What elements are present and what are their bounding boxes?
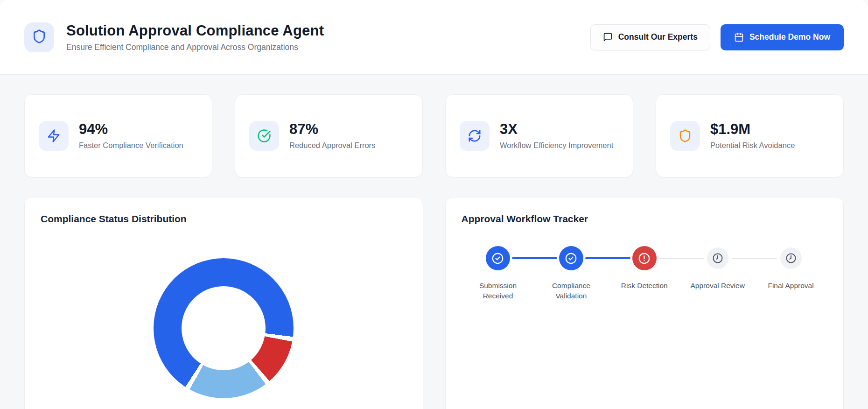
shield-icon xyxy=(32,29,47,46)
compliance-distribution-panel: Compliance Status Distribution xyxy=(24,197,423,409)
title-block: Solution Approval Compliance Agent Ensur… xyxy=(66,22,324,52)
stat-value: 94% xyxy=(79,121,183,138)
consult-experts-label: Consult Our Experts xyxy=(618,32,698,42)
alert-circle-icon xyxy=(632,246,657,270)
header-brand: Solution Approval Compliance Agent Ensur… xyxy=(24,22,324,52)
clock-icon xyxy=(707,247,728,269)
schedule-demo-label: Schedule Demo Now xyxy=(749,32,830,42)
stat-label: Potential Risk Avoidance xyxy=(710,140,795,150)
workflow-step: Final Approval xyxy=(754,246,827,302)
header-actions: Consult Our Experts Schedule Demo Now xyxy=(590,24,844,50)
stat-card: 94% Faster Compliance Verification xyxy=(24,94,212,177)
page-subtitle: Ensure Efficient Compliance and Approval… xyxy=(66,42,324,52)
workflow-panel-title: Approval Workflow Tracker xyxy=(462,213,828,225)
stat-value: $1.9M xyxy=(710,121,795,138)
stat-text: 3X Workflow Efficiency Improvement xyxy=(500,121,613,150)
compliance-panel-title: Compliance Status Distribution xyxy=(41,213,407,225)
shield-logo-badge xyxy=(24,22,54,52)
header: Solution Approval Compliance Agent Ensur… xyxy=(0,0,868,75)
workflow-step: Approval Review xyxy=(681,246,754,302)
main-content: 94% Faster Compliance Verification 87% R… xyxy=(0,75,868,409)
workflow-step: Compliance Validation xyxy=(534,246,608,302)
donut-chart xyxy=(154,258,294,398)
panels-row: Compliance Status Distribution Approval … xyxy=(24,197,844,409)
step-label: Approval Review xyxy=(691,281,745,291)
page-title: Solution Approval Compliance Agent xyxy=(66,22,324,39)
stat-value: 87% xyxy=(289,121,375,138)
workflow-step: Submission Received xyxy=(462,246,535,302)
stats-grid: 94% Faster Compliance Verification 87% R… xyxy=(24,94,844,177)
stat-value: 3X xyxy=(500,121,613,138)
step-label: Submission Received xyxy=(468,281,528,302)
stat-label: Faster Compliance Verification xyxy=(79,140,183,150)
circle-check-icon xyxy=(559,246,583,270)
check-circle-icon xyxy=(249,121,279,151)
stat-text: 87% Reduced Approval Errors xyxy=(289,121,375,150)
stat-label: Reduced Approval Errors xyxy=(289,140,375,150)
workflow-stepper: Submission Received Compliance Validatio… xyxy=(462,246,828,302)
donut-chart-wrap xyxy=(41,225,407,398)
step-label: Risk Detection xyxy=(621,281,668,291)
calendar-icon xyxy=(734,32,744,42)
stat-card: 87% Reduced Approval Errors xyxy=(235,94,423,177)
step-label: Final Approval xyxy=(768,281,813,291)
stat-label: Workflow Efficiency Improvement xyxy=(500,140,613,150)
stat-card: $1.9M Potential Risk Avoidance xyxy=(656,94,844,177)
approval-workflow-panel: Approval Workflow Tracker Submission Rec… xyxy=(445,197,844,409)
stat-card: 3X Workflow Efficiency Improvement xyxy=(445,94,633,177)
stat-text: 94% Faster Compliance Verification xyxy=(79,121,183,150)
step-label: Compliance Validation xyxy=(541,281,602,302)
app-window: Solution Approval Compliance Agent Ensur… xyxy=(0,0,868,409)
schedule-demo-button[interactable]: Schedule Demo Now xyxy=(721,24,844,50)
consult-experts-button[interactable]: Consult Our Experts xyxy=(590,24,710,50)
zap-icon xyxy=(39,121,69,151)
workflow-step: Risk Detection xyxy=(608,246,681,302)
refresh-icon xyxy=(460,121,490,151)
clock-icon xyxy=(780,247,802,269)
chat-bubble-icon xyxy=(603,32,613,42)
stat-text: $1.9M Potential Risk Avoidance xyxy=(710,121,795,150)
shield-icon xyxy=(670,121,700,151)
circle-check-icon xyxy=(486,246,510,270)
